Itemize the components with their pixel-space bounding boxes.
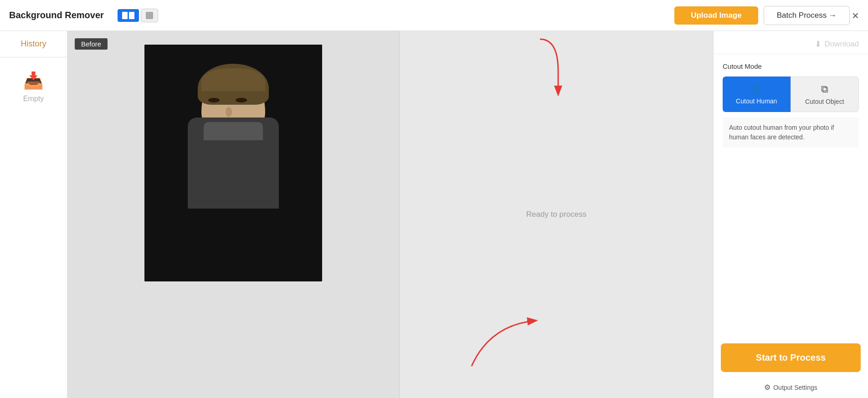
upload-image-button[interactable]: Upload Image — [674, 6, 758, 25]
panels-area: Before — [67, 31, 713, 398]
view-toggle — [118, 9, 158, 22]
single-panel-icon — [146, 12, 153, 19]
output-settings-label: Output Settings — [773, 384, 817, 391]
right-panel: ⬇ Download Cutout Mode 👤 Cutout Human ⧉ … — [713, 31, 868, 398]
before-label: Before — [75, 38, 108, 50]
app-header: Background Remover Upload Image Batch Pr… — [0, 0, 868, 31]
human-icon: 👤 — [750, 83, 763, 95]
sweater-collar — [204, 122, 263, 140]
right-panel-spacer — [714, 155, 868, 336]
nose-shape — [226, 107, 232, 117]
main-layout: History 📥 Empty Before — [0, 31, 868, 398]
sidebar: History 📥 Empty — [0, 31, 67, 398]
cutout-mode-label: Cutout Mode — [723, 62, 859, 70]
inbox-icon: 📥 — [23, 71, 44, 90]
layers-icon: ⧉ — [821, 83, 828, 95]
cutout-human-button[interactable]: 👤 Cutout Human — [723, 77, 791, 112]
hair-front — [201, 68, 265, 91]
cutout-object-label: Cutout Object — [805, 98, 844, 105]
dual-panel-icon-left — [122, 12, 128, 19]
before-panel: Before — [67, 31, 400, 398]
dual-view-button[interactable] — [118, 9, 139, 22]
sidebar-empty-label: Empty — [23, 95, 44, 103]
download-icon: ⬇ — [815, 39, 822, 49]
eye-right — [236, 98, 247, 102]
cutout-description: Auto cutout human from your photo if hum… — [723, 117, 859, 148]
start-process-button[interactable]: Start to Process — [721, 343, 861, 372]
right-panel-header: ⬇ Download — [714, 31, 868, 54]
sidebar-empty-area: 📥 Empty — [23, 57, 44, 103]
eye-left — [208, 98, 220, 102]
cutout-mode-section: Cutout Mode 👤 Cutout Human ⧉ Cutout Obje… — [714, 54, 868, 117]
batch-process-button[interactable]: Batch Process → — [764, 6, 850, 25]
ready-to-process-text: Ready to process — [526, 210, 586, 219]
dual-panel-icon-right — [129, 12, 134, 19]
single-view-button[interactable] — [141, 9, 158, 22]
gear-icon: ⚙ — [764, 383, 770, 392]
after-panel: Ready to process — [400, 31, 713, 398]
download-label: Download — [824, 40, 859, 49]
output-settings-button[interactable]: ⚙ Output Settings — [714, 379, 868, 398]
app-title: Background Remover — [9, 10, 104, 20]
download-button[interactable]: ⬇ Download — [815, 39, 859, 49]
cutout-object-button[interactable]: ⧉ Cutout Object — [791, 77, 859, 112]
cutout-human-label: Cutout Human — [736, 97, 777, 105]
sidebar-history-label: History — [0, 31, 67, 57]
close-button[interactable]: × — [852, 8, 859, 22]
before-image — [144, 45, 322, 281]
cutout-mode-buttons: 👤 Cutout Human ⧉ Cutout Object — [723, 77, 859, 112]
